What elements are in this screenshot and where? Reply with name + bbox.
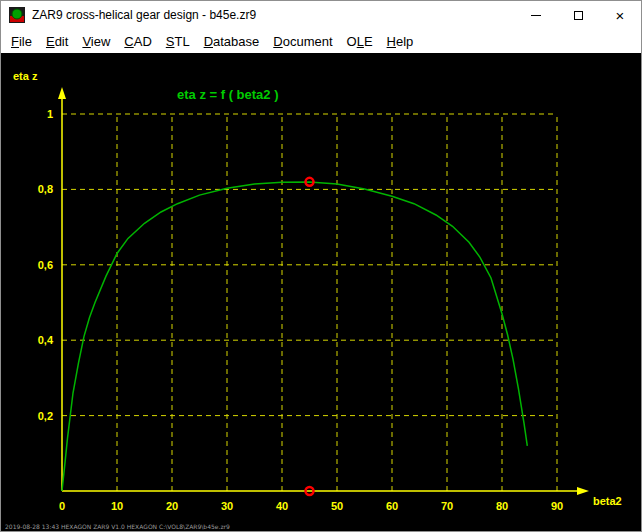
app-icon-green-sphere [12, 9, 22, 19]
close-icon: × [616, 8, 625, 23]
menu-edit[interactable]: Edit [39, 31, 75, 52]
minimize-button[interactable] [515, 1, 557, 29]
y-axis-arrow-icon [58, 87, 66, 99]
x-tick-label: 90 [551, 500, 563, 512]
menu-cad[interactable]: CAD [117, 31, 158, 52]
x-tick-label: 70 [441, 500, 453, 512]
app-window: ZAR9 cross-helical gear design - b45e.zr… [0, 0, 642, 532]
x-tick-label: 20 [166, 500, 178, 512]
status-footer-text: 2019-08-28 13:43 HEXAGON ZAR9 V1.0 HEXAG… [5, 523, 230, 530]
y-tick-label: 0,6 [38, 259, 53, 271]
x-axis-arrow-icon [577, 487, 589, 495]
window-title: ZAR9 cross-helical gear design - b45e.zr… [32, 8, 515, 22]
x-tick-label: 40 [276, 500, 288, 512]
close-button[interactable]: × [599, 1, 641, 29]
x-tick-label: 80 [496, 500, 508, 512]
menu-ole[interactable]: OLE [340, 31, 380, 52]
menu-file[interactable]: File [4, 31, 39, 52]
chart-title: eta z = f ( beta2 ) [177, 87, 279, 102]
efficiency-curve [62, 182, 527, 491]
efficiency-chart: 01020304050607080900,20,40,60,81eta zbet… [1, 53, 641, 531]
app-icon [9, 7, 25, 23]
menu-document[interactable]: Document [266, 31, 339, 52]
menu-database[interactable]: Database [197, 31, 267, 52]
x-tick-label: 0 [59, 500, 65, 512]
maximize-button[interactable] [557, 1, 599, 29]
title-bar: ZAR9 cross-helical gear design - b45e.zr… [1, 1, 641, 29]
y-tick-label: 0,8 [38, 183, 53, 195]
x-tick-label: 60 [386, 500, 398, 512]
x-axis-label: beta2 [593, 495, 622, 507]
y-tick-label: 0,2 [38, 410, 53, 422]
x-tick-label: 50 [331, 500, 343, 512]
x-tick-label: 10 [111, 500, 123, 512]
y-tick-label: 0,4 [38, 334, 54, 346]
y-axis-label: eta z [13, 70, 38, 82]
menu-view[interactable]: View [75, 31, 117, 52]
maximize-icon [574, 11, 583, 20]
menu-help[interactable]: Help [380, 31, 421, 52]
menu-stl[interactable]: STL [159, 31, 197, 52]
minimize-icon [531, 15, 541, 16]
x-tick-label: 30 [221, 500, 233, 512]
menu-bar: FileEditViewCADSTLDatabaseDocumentOLEHel… [1, 29, 641, 53]
chart-client-area: 01020304050607080900,20,40,60,81eta zbet… [1, 53, 641, 531]
y-tick-label: 1 [47, 108, 53, 120]
